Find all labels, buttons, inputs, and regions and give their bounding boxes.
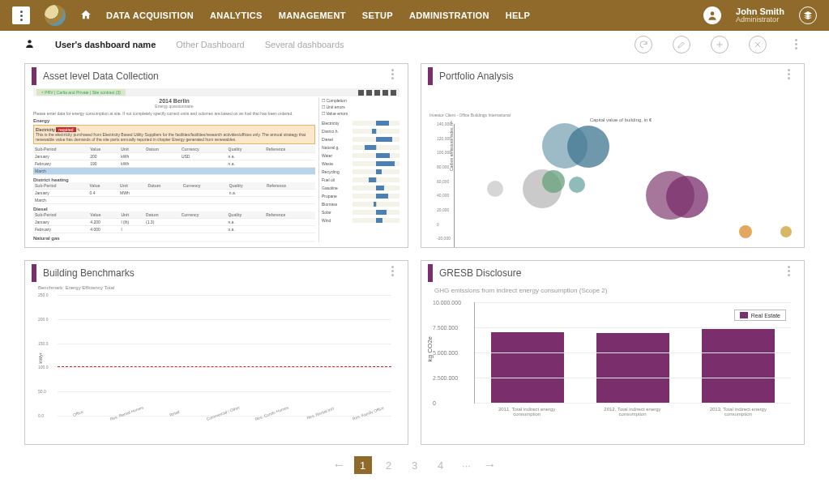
bubble-point[interactable]: [542, 170, 565, 193]
nav-setup[interactable]: SETUP: [362, 11, 393, 20]
table-row[interactable]: January0.4MWhn.a.: [33, 190, 315, 197]
refresh-button[interactable]: [635, 36, 652, 53]
user-avatar[interactable]: [703, 6, 721, 24]
close-button[interactable]: [749, 36, 767, 53]
prev-page-arrow[interactable]: ←: [333, 458, 346, 472]
asset-doc-subtitle: Energy questionnaire: [33, 104, 315, 109]
toolbar-icons: [358, 90, 396, 96]
mini-bar-row: Biomass: [322, 200, 400, 208]
main-nav: DATA ACQUISITION ANALYTICS MANAGEMENT SE…: [106, 11, 530, 20]
panel-menu-icon[interactable]: [780, 266, 797, 276]
panel-title: Building Benchmarks: [43, 267, 135, 279]
mini-bar-row: Recycling: [322, 168, 400, 176]
table-row[interactable]: February4.000ln.a.: [33, 226, 315, 233]
benchmark-chart: kWyr 0.050.0100.0150.0200.0250.0: [58, 295, 391, 416]
nav-data-acquisition[interactable]: DATA ACQUISITION: [106, 11, 194, 20]
panel-building-benchmarks: Building Benchmarks Benchmark: Energy Ef…: [24, 260, 408, 445]
mini-bar-row: Fuel oil: [322, 176, 400, 184]
gresb-chart: 02.500.0005.000.0007.500.00010.000.000: [474, 302, 791, 404]
asset-intro: Please enter data for energy consumption…: [33, 111, 315, 116]
asset-doc-title: 2014 Berlin: [33, 98, 315, 104]
warning-box: Electricity required ✎ This is the elect…: [33, 125, 315, 144]
gresb-bar[interactable]: [702, 329, 775, 403]
user-info[interactable]: John Smith Administrator: [736, 6, 784, 24]
next-page-arrow[interactable]: →: [484, 458, 497, 472]
nav-management[interactable]: MANAGEMENT: [279, 11, 346, 20]
table-row[interactable]: January200kWhUSDn.a.: [33, 153, 315, 160]
dashboard-tabs: User's dashboard name Other Dashboard Se…: [0, 31, 829, 58]
gresb-bar[interactable]: [596, 333, 669, 403]
page-4[interactable]: 4: [432, 456, 450, 474]
nav-help[interactable]: HELP: [506, 11, 531, 20]
page-···[interactable]: ···: [458, 456, 476, 474]
tab-other-dashboard[interactable]: Other Dashboard: [176, 40, 244, 49]
app-header: DATA ACQUISITION ANALYTICS MANAGEMENT SE…: [0, 0, 829, 31]
category-label: 2013, Total indirect energy consumption: [702, 407, 775, 416]
nav-analytics[interactable]: ANALYTICS: [210, 11, 263, 20]
menu-button[interactable]: [12, 6, 30, 24]
pagination: ← 1234··· →: [24, 456, 805, 474]
table-row[interactable]: February190kWhn.a.: [33, 160, 315, 168]
mini-bar-row: Propane: [322, 192, 400, 200]
page-3[interactable]: 3: [406, 456, 424, 474]
svg-point-1: [28, 40, 31, 43]
svg-point-0: [711, 11, 715, 15]
table-row[interactable]: March: [33, 168, 315, 175]
section-energy: Energy: [33, 118, 315, 123]
nav-administration[interactable]: ADMINISTRATION: [409, 11, 489, 20]
panel-title: Portfolio Analysis: [439, 70, 513, 82]
asset-body: < PRV | Carlta and Private | Site contra…: [33, 88, 400, 242]
table-row[interactable]: January4.200l (lh)(1.3)n.a.: [33, 219, 315, 226]
category-label: 2011, Total indirect energy consumption: [490, 407, 563, 416]
panel-portfolio-analysis: Portfolio Analysis Investor Client - Off…: [421, 63, 805, 248]
mini-bar-row: Waste: [322, 160, 400, 168]
page-2[interactable]: 2: [380, 456, 398, 474]
breadcrumb[interactable]: < PRV | Carlta and Private | Site contra…: [36, 89, 126, 96]
mini-bar-row: District h.: [322, 127, 400, 135]
panel-gresb-disclosure: GRESB Disclosure GHG emissions from indi…: [421, 260, 805, 445]
app-logo: [45, 5, 66, 26]
edit-button[interactable]: [673, 36, 690, 53]
gresb-bar[interactable]: [491, 332, 564, 403]
bubble-point[interactable]: [567, 126, 609, 168]
panel-menu-icon[interactable]: [383, 266, 401, 276]
mini-bar-row: Water: [322, 152, 400, 160]
mini-bar-row: Diesel: [322, 135, 400, 143]
mini-bar-row: Electricity: [322, 119, 400, 127]
bubble-point[interactable]: [666, 176, 708, 218]
tab-user-dashboard[interactable]: User's dashboard name: [55, 40, 156, 49]
tab-several-dashboards[interactable]: Several dashboards: [265, 40, 344, 49]
bubble-chart: Carbon emissions index, m² -40,000-20,00…: [454, 124, 804, 248]
bubble-point[interactable]: [569, 177, 585, 193]
layers-icon[interactable]: [799, 6, 817, 24]
asset-table: Sub-PeriodValueUnitDatumCurrencyQualityR…: [33, 146, 315, 175]
panel-title: Asset level Data Collection: [43, 70, 159, 82]
more-button[interactable]: [787, 39, 805, 49]
mini-bar-row: Wind: [322, 216, 400, 224]
user-role: Administrator: [736, 16, 784, 24]
table-row[interactable]: March: [33, 197, 315, 204]
mini-bar-row: Gasoline: [322, 184, 400, 192]
panel-title: GRESB Disclosure: [439, 267, 521, 279]
bubble-point[interactable]: [739, 225, 752, 238]
category-label: 2012, Total indirect energy consumption: [596, 407, 669, 416]
bubble-point[interactable]: [487, 181, 503, 197]
page-1[interactable]: 1: [354, 456, 372, 474]
dashboard-content: Asset level Data Collection < PRV | Carl…: [0, 58, 829, 504]
home-icon[interactable]: [80, 9, 92, 23]
bubble-chart-title: Capital value of building, in €: [429, 117, 805, 122]
add-button[interactable]: [711, 36, 729, 53]
panel-menu-icon[interactable]: [780, 69, 797, 79]
panel-asset-collection: Asset level Data Collection < PRV | Carl…: [24, 63, 408, 248]
panel-menu-icon[interactable]: [383, 69, 401, 79]
mini-bar-row: Solar: [322, 208, 400, 216]
person-icon: [24, 38, 35, 51]
mini-bar-row: Natural g.: [322, 143, 400, 152]
bubble-point[interactable]: [780, 226, 792, 237]
